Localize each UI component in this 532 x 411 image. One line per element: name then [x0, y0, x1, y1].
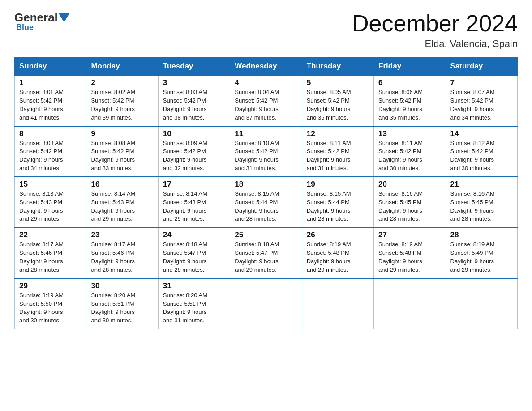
- day-number: 2: [91, 78, 153, 87]
- calendar-cell: 27Sunrise: 8:19 AMSunset: 5:48 PMDayligh…: [374, 227, 446, 278]
- calendar-header: SundayMondayTuesdayWednesdayThursdayFrid…: [15, 57, 518, 76]
- day-number: 11: [235, 129, 297, 138]
- day-number: 26: [307, 231, 369, 240]
- calendar-cell: 14Sunrise: 8:12 AMSunset: 5:42 PMDayligh…: [446, 126, 517, 177]
- day-number: 28: [450, 231, 513, 240]
- calendar-table: SundayMondayTuesdayWednesdayThursdayFrid…: [14, 57, 518, 329]
- calendar-week-row: 29Sunrise: 8:19 AMSunset: 5:50 PMDayligh…: [15, 278, 518, 329]
- calendar-week-row: 1Sunrise: 8:01 AMSunset: 5:42 PMDaylight…: [15, 76, 518, 126]
- calendar-cell: 10Sunrise: 8:09 AMSunset: 5:42 PMDayligh…: [158, 126, 230, 177]
- weekday-header-saturday: Saturday: [446, 57, 517, 76]
- calendar-cell: 28Sunrise: 8:19 AMSunset: 5:49 PMDayligh…: [446, 227, 517, 278]
- calendar-cell: 29Sunrise: 8:19 AMSunset: 5:50 PMDayligh…: [15, 278, 86, 329]
- calendar-cell: 18Sunrise: 8:15 AMSunset: 5:44 PMDayligh…: [230, 177, 302, 227]
- day-number: 12: [307, 129, 369, 138]
- weekday-header-thursday: Thursday: [302, 57, 373, 76]
- calendar-cell: 25Sunrise: 8:18 AMSunset: 5:47 PMDayligh…: [230, 227, 302, 278]
- calendar-cell: 12Sunrise: 8:11 AMSunset: 5:42 PMDayligh…: [302, 126, 373, 177]
- calendar-cell: 30Sunrise: 8:20 AMSunset: 5:51 PMDayligh…: [86, 278, 158, 329]
- day-info: Sunrise: 8:16 AMSunset: 5:45 PMDaylight:…: [450, 190, 513, 223]
- day-info: Sunrise: 8:01 AMSunset: 5:42 PMDaylight:…: [19, 88, 82, 122]
- calendar-cell: 17Sunrise: 8:14 AMSunset: 5:43 PMDayligh…: [158, 177, 230, 227]
- calendar-cell: 24Sunrise: 8:18 AMSunset: 5:47 PMDayligh…: [158, 227, 230, 278]
- calendar-cell: 1Sunrise: 8:01 AMSunset: 5:42 PMDaylight…: [15, 76, 86, 126]
- calendar-cell: 9Sunrise: 8:08 AMSunset: 5:42 PMDaylight…: [86, 126, 158, 177]
- day-number: 30: [91, 282, 153, 291]
- day-number: 24: [163, 231, 225, 240]
- day-number: 15: [19, 180, 82, 189]
- location-title: Elda, Valencia, Spain: [352, 38, 518, 50]
- day-number: 4: [235, 78, 297, 87]
- day-number: 22: [19, 231, 82, 240]
- calendar-cell: 19Sunrise: 8:15 AMSunset: 5:44 PMDayligh…: [302, 177, 373, 227]
- weekday-header-sunday: Sunday: [15, 57, 86, 76]
- calendar-cell: 5Sunrise: 8:05 AMSunset: 5:42 PMDaylight…: [302, 76, 373, 126]
- day-number: 8: [19, 129, 82, 138]
- calendar-cell: 3Sunrise: 8:03 AMSunset: 5:42 PMDaylight…: [158, 76, 230, 126]
- calendar-cell: 4Sunrise: 8:04 AMSunset: 5:42 PMDaylight…: [230, 76, 302, 126]
- calendar-cell: 22Sunrise: 8:17 AMSunset: 5:46 PMDayligh…: [15, 227, 86, 278]
- month-title: December 2024: [352, 11, 518, 36]
- day-number: 31: [163, 282, 225, 291]
- day-number: 27: [378, 231, 441, 240]
- day-info: Sunrise: 8:20 AMSunset: 5:51 PMDaylight:…: [91, 291, 153, 325]
- calendar-cell: [230, 278, 302, 329]
- day-info: Sunrise: 8:19 AMSunset: 5:48 PMDaylight:…: [378, 240, 441, 274]
- day-info: Sunrise: 8:05 AMSunset: 5:42 PMDaylight:…: [307, 88, 369, 122]
- day-info: Sunrise: 8:09 AMSunset: 5:42 PMDaylight:…: [163, 139, 225, 173]
- calendar-cell: 11Sunrise: 8:10 AMSunset: 5:42 PMDayligh…: [230, 126, 302, 177]
- day-info: Sunrise: 8:08 AMSunset: 5:42 PMDaylight:…: [91, 139, 153, 173]
- calendar-cell: 6Sunrise: 8:06 AMSunset: 5:42 PMDaylight…: [374, 76, 446, 126]
- calendar-body: 1Sunrise: 8:01 AMSunset: 5:42 PMDaylight…: [15, 76, 518, 329]
- title-block: December 2024 Elda, Valencia, Spain: [352, 11, 518, 50]
- day-info: Sunrise: 8:02 AMSunset: 5:42 PMDaylight:…: [91, 88, 153, 122]
- day-info: Sunrise: 8:16 AMSunset: 5:45 PMDaylight:…: [378, 190, 441, 223]
- day-number: 19: [307, 180, 369, 189]
- day-number: 10: [163, 129, 225, 138]
- day-info: Sunrise: 8:03 AMSunset: 5:42 PMDaylight:…: [163, 88, 225, 122]
- calendar-cell: 20Sunrise: 8:16 AMSunset: 5:45 PMDayligh…: [374, 177, 446, 227]
- weekday-header-tuesday: Tuesday: [158, 57, 230, 76]
- day-info: Sunrise: 8:17 AMSunset: 5:46 PMDaylight:…: [91, 240, 153, 274]
- day-info: Sunrise: 8:15 AMSunset: 5:44 PMDaylight:…: [307, 190, 369, 223]
- day-info: Sunrise: 8:19 AMSunset: 5:49 PMDaylight:…: [450, 240, 513, 274]
- day-info: Sunrise: 8:06 AMSunset: 5:42 PMDaylight:…: [378, 88, 441, 122]
- calendar-cell: 2Sunrise: 8:02 AMSunset: 5:42 PMDaylight…: [86, 76, 158, 126]
- logo-triangle-icon: [59, 13, 69, 22]
- calendar-cell: 7Sunrise: 8:07 AMSunset: 5:42 PMDaylight…: [446, 76, 517, 126]
- day-info: Sunrise: 8:19 AMSunset: 5:50 PMDaylight:…: [19, 291, 82, 325]
- calendar-cell: [446, 278, 517, 329]
- day-number: 25: [235, 231, 297, 240]
- day-number: 3: [163, 78, 225, 87]
- day-info: Sunrise: 8:12 AMSunset: 5:42 PMDaylight:…: [450, 139, 513, 173]
- logo: General Blue: [14, 11, 70, 32]
- day-info: Sunrise: 8:08 AMSunset: 5:42 PMDaylight:…: [19, 139, 82, 173]
- day-number: 5: [307, 78, 369, 87]
- calendar-cell: 26Sunrise: 8:19 AMSunset: 5:48 PMDayligh…: [302, 227, 373, 278]
- day-number: 17: [163, 180, 225, 189]
- day-info: Sunrise: 8:14 AMSunset: 5:43 PMDaylight:…: [163, 190, 225, 223]
- day-info: Sunrise: 8:15 AMSunset: 5:44 PMDaylight:…: [235, 190, 297, 223]
- day-number: 13: [378, 129, 441, 138]
- day-info: Sunrise: 8:17 AMSunset: 5:46 PMDaylight:…: [19, 240, 82, 274]
- day-number: 7: [450, 78, 513, 87]
- calendar-cell: 15Sunrise: 8:13 AMSunset: 5:43 PMDayligh…: [15, 177, 86, 227]
- day-number: 23: [91, 231, 153, 240]
- day-info: Sunrise: 8:07 AMSunset: 5:42 PMDaylight:…: [450, 88, 513, 122]
- day-info: Sunrise: 8:18 AMSunset: 5:47 PMDaylight:…: [235, 240, 297, 274]
- day-info: Sunrise: 8:19 AMSunset: 5:48 PMDaylight:…: [307, 240, 369, 274]
- day-number: 18: [235, 180, 297, 189]
- day-info: Sunrise: 8:20 AMSunset: 5:51 PMDaylight:…: [163, 291, 225, 325]
- calendar-cell: 23Sunrise: 8:17 AMSunset: 5:46 PMDayligh…: [86, 227, 158, 278]
- day-number: 21: [450, 180, 513, 189]
- weekday-header-friday: Friday: [374, 57, 446, 76]
- day-number: 14: [450, 129, 513, 138]
- day-info: Sunrise: 8:18 AMSunset: 5:47 PMDaylight:…: [163, 240, 225, 274]
- calendar-week-row: 15Sunrise: 8:13 AMSunset: 5:43 PMDayligh…: [15, 177, 518, 227]
- day-number: 16: [91, 180, 153, 189]
- calendar-cell: 21Sunrise: 8:16 AMSunset: 5:45 PMDayligh…: [446, 177, 517, 227]
- weekday-header-row: SundayMondayTuesdayWednesdayThursdayFrid…: [15, 57, 518, 76]
- calendar-cell: [374, 278, 446, 329]
- day-number: 9: [91, 129, 153, 138]
- logo-blue: Blue: [16, 23, 34, 32]
